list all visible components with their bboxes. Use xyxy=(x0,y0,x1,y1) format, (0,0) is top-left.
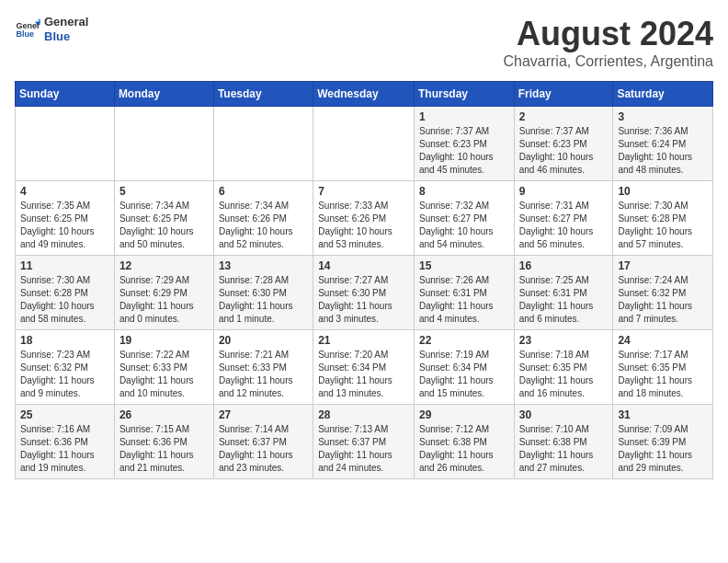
calendar-cell: 19Sunrise: 7:22 AMSunset: 6:33 PMDayligh… xyxy=(114,330,213,405)
calendar-cell: 13Sunrise: 7:28 AMSunset: 6:30 PMDayligh… xyxy=(213,256,313,330)
col-header-thursday: Thursday xyxy=(414,82,514,107)
day-number: 28 xyxy=(318,408,409,421)
col-header-tuesday: Tuesday xyxy=(213,82,313,107)
day-number: 14 xyxy=(318,259,409,272)
day-number: 23 xyxy=(519,334,609,347)
day-info: Sunrise: 7:14 AMSunset: 6:37 PMDaylight:… xyxy=(219,423,308,475)
title-area: August 2024 Chavarria, Corrientes, Argen… xyxy=(503,15,713,70)
col-header-monday: Monday xyxy=(114,82,213,107)
day-number: 16 xyxy=(519,259,609,272)
day-number: 3 xyxy=(618,110,708,123)
day-number: 25 xyxy=(20,408,109,421)
day-info: Sunrise: 7:25 AMSunset: 6:31 PMDaylight:… xyxy=(519,274,609,326)
calendar-cell: 31Sunrise: 7:09 AMSunset: 6:39 PMDayligh… xyxy=(613,405,713,479)
calendar-cell: 18Sunrise: 7:23 AMSunset: 6:32 PMDayligh… xyxy=(16,330,115,405)
day-info: Sunrise: 7:13 AMSunset: 6:37 PMDaylight:… xyxy=(318,423,409,475)
day-number: 2 xyxy=(519,110,609,123)
day-info: Sunrise: 7:36 AMSunset: 6:24 PMDaylight:… xyxy=(618,125,708,177)
day-info: Sunrise: 7:24 AMSunset: 6:32 PMDaylight:… xyxy=(618,274,708,326)
day-number: 27 xyxy=(219,408,308,421)
calendar-cell: 7Sunrise: 7:33 AMSunset: 6:26 PMDaylight… xyxy=(313,181,415,256)
calendar-cell: 20Sunrise: 7:21 AMSunset: 6:33 PMDayligh… xyxy=(213,330,313,405)
day-number: 29 xyxy=(419,408,509,421)
calendar-cell: 17Sunrise: 7:24 AMSunset: 6:32 PMDayligh… xyxy=(613,256,713,330)
calendar-week-row: 1Sunrise: 7:37 AMSunset: 6:23 PMDaylight… xyxy=(16,107,713,181)
day-number: 17 xyxy=(618,259,708,272)
calendar-week-row: 11Sunrise: 7:30 AMSunset: 6:28 PMDayligh… xyxy=(16,256,713,330)
day-info: Sunrise: 7:27 AMSunset: 6:30 PMDaylight:… xyxy=(318,274,409,326)
day-info: Sunrise: 7:33 AMSunset: 6:26 PMDaylight:… xyxy=(318,200,409,251)
day-info: Sunrise: 7:29 AMSunset: 6:29 PMDaylight:… xyxy=(119,274,209,326)
day-number: 24 xyxy=(618,334,708,347)
calendar-cell: 1Sunrise: 7:37 AMSunset: 6:23 PMDaylight… xyxy=(414,107,514,181)
day-number: 1 xyxy=(419,110,509,123)
day-info: Sunrise: 7:12 AMSunset: 6:38 PMDaylight:… xyxy=(419,423,509,475)
calendar-cell: 25Sunrise: 7:16 AMSunset: 6:36 PMDayligh… xyxy=(16,405,115,479)
day-number: 13 xyxy=(219,259,308,272)
calendar-week-row: 4Sunrise: 7:35 AMSunset: 6:25 PMDaylight… xyxy=(16,181,713,256)
calendar-cell: 11Sunrise: 7:30 AMSunset: 6:28 PMDayligh… xyxy=(16,256,115,330)
calendar-cell: 23Sunrise: 7:18 AMSunset: 6:35 PMDayligh… xyxy=(514,330,613,405)
day-number: 5 xyxy=(119,185,209,198)
day-info: Sunrise: 7:20 AMSunset: 6:34 PMDaylight:… xyxy=(318,349,409,400)
calendar-cell: 3Sunrise: 7:36 AMSunset: 6:24 PMDaylight… xyxy=(613,107,713,181)
day-number: 31 xyxy=(618,408,708,421)
day-number: 8 xyxy=(419,185,509,198)
day-info: Sunrise: 7:15 AMSunset: 6:36 PMDaylight:… xyxy=(119,423,209,475)
calendar-cell: 2Sunrise: 7:37 AMSunset: 6:23 PMDaylight… xyxy=(514,107,613,181)
day-info: Sunrise: 7:10 AMSunset: 6:38 PMDaylight:… xyxy=(519,423,609,475)
calendar-cell: 30Sunrise: 7:10 AMSunset: 6:38 PMDayligh… xyxy=(514,405,613,479)
logo: General Blue General Blue xyxy=(15,15,88,43)
day-number: 26 xyxy=(119,408,209,421)
day-info: Sunrise: 7:37 AMSunset: 6:23 PMDaylight:… xyxy=(519,125,609,177)
calendar-cell: 6Sunrise: 7:34 AMSunset: 6:26 PMDaylight… xyxy=(213,181,313,256)
calendar-cell xyxy=(313,107,415,181)
day-info: Sunrise: 7:31 AMSunset: 6:27 PMDaylight:… xyxy=(519,200,609,251)
calendar-cell: 10Sunrise: 7:30 AMSunset: 6:28 PMDayligh… xyxy=(613,181,713,256)
day-number: 30 xyxy=(519,408,609,421)
day-info: Sunrise: 7:37 AMSunset: 6:23 PMDaylight:… xyxy=(419,125,509,177)
calendar-header-row: SundayMondayTuesdayWednesdayThursdayFrid… xyxy=(16,82,713,107)
month-year-title: August 2024 xyxy=(503,15,713,53)
day-number: 7 xyxy=(318,185,409,198)
day-info: Sunrise: 7:34 AMSunset: 6:26 PMDaylight:… xyxy=(219,200,308,251)
calendar-cell: 29Sunrise: 7:12 AMSunset: 6:38 PMDayligh… xyxy=(414,405,514,479)
calendar-cell: 27Sunrise: 7:14 AMSunset: 6:37 PMDayligh… xyxy=(213,405,313,479)
calendar-cell xyxy=(16,107,115,181)
day-info: Sunrise: 7:23 AMSunset: 6:32 PMDaylight:… xyxy=(20,349,109,400)
day-info: Sunrise: 7:28 AMSunset: 6:30 PMDaylight:… xyxy=(219,274,308,326)
day-number: 22 xyxy=(419,334,509,347)
calendar-cell xyxy=(213,107,313,181)
day-info: Sunrise: 7:09 AMSunset: 6:39 PMDaylight:… xyxy=(618,423,708,475)
calendar-cell: 12Sunrise: 7:29 AMSunset: 6:29 PMDayligh… xyxy=(114,256,213,330)
day-info: Sunrise: 7:30 AMSunset: 6:28 PMDaylight:… xyxy=(618,200,708,251)
header: General Blue General Blue August 2024 Ch… xyxy=(15,15,713,70)
calendar-cell: 28Sunrise: 7:13 AMSunset: 6:37 PMDayligh… xyxy=(313,405,415,479)
col-header-sunday: Sunday xyxy=(16,82,115,107)
logo-blue-text: Blue xyxy=(44,29,88,44)
svg-text:Blue: Blue xyxy=(16,29,34,39)
col-header-saturday: Saturday xyxy=(613,82,713,107)
calendar-week-row: 18Sunrise: 7:23 AMSunset: 6:32 PMDayligh… xyxy=(16,330,713,405)
day-info: Sunrise: 7:16 AMSunset: 6:36 PMDaylight:… xyxy=(20,423,109,475)
day-number: 10 xyxy=(618,185,708,198)
calendar-cell xyxy=(114,107,213,181)
day-info: Sunrise: 7:35 AMSunset: 6:25 PMDaylight:… xyxy=(20,200,109,251)
calendar-table: SundayMondayTuesdayWednesdayThursdayFrid… xyxy=(15,81,713,479)
day-number: 4 xyxy=(20,185,109,198)
calendar-cell: 24Sunrise: 7:17 AMSunset: 6:35 PMDayligh… xyxy=(613,330,713,405)
day-number: 12 xyxy=(119,259,209,272)
day-info: Sunrise: 7:22 AMSunset: 6:33 PMDaylight:… xyxy=(119,349,209,400)
day-number: 15 xyxy=(419,259,509,272)
day-info: Sunrise: 7:18 AMSunset: 6:35 PMDaylight:… xyxy=(519,349,609,400)
day-number: 19 xyxy=(119,334,209,347)
calendar-cell: 16Sunrise: 7:25 AMSunset: 6:31 PMDayligh… xyxy=(514,256,613,330)
day-number: 18 xyxy=(20,334,109,347)
day-number: 21 xyxy=(318,334,409,347)
calendar-cell: 26Sunrise: 7:15 AMSunset: 6:36 PMDayligh… xyxy=(114,405,213,479)
logo-general-text: General xyxy=(44,15,88,29)
calendar-cell: 22Sunrise: 7:19 AMSunset: 6:34 PMDayligh… xyxy=(414,330,514,405)
day-info: Sunrise: 7:21 AMSunset: 6:33 PMDaylight:… xyxy=(219,349,308,400)
logo-text: General Blue xyxy=(44,15,88,43)
day-info: Sunrise: 7:17 AMSunset: 6:35 PMDaylight:… xyxy=(618,349,708,400)
